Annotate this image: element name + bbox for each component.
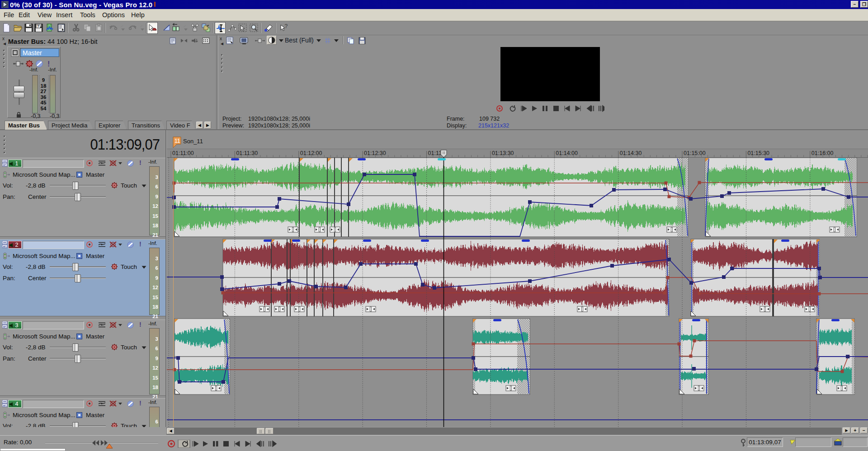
svg-text:?: ? [284,23,288,29]
svg-text:?: ? [37,24,40,28]
